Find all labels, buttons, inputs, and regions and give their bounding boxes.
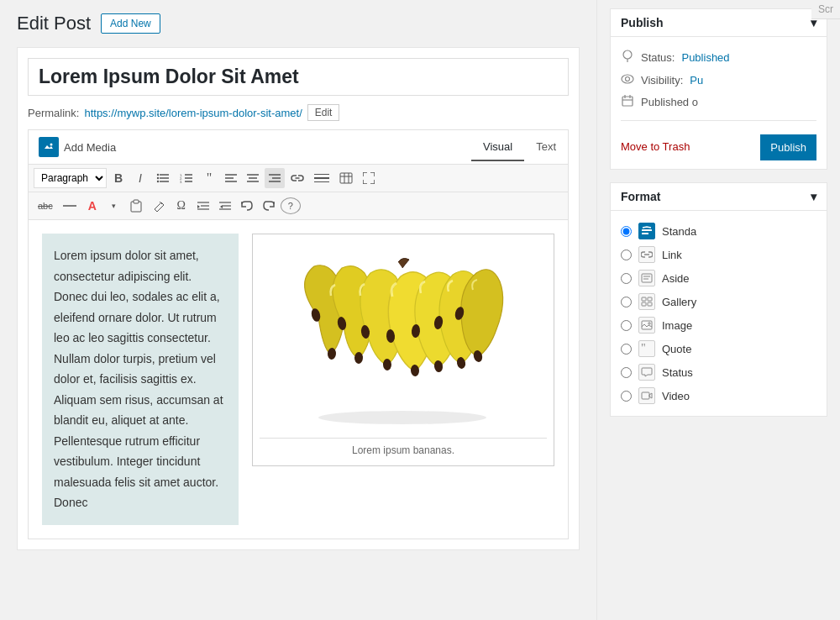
bold-button[interactable]: B bbox=[108, 168, 129, 188]
add-new-button[interactable]: Add New bbox=[101, 13, 160, 34]
svg-rect-33 bbox=[134, 200, 139, 203]
italic-button[interactable]: I bbox=[130, 168, 150, 188]
text-color-down-arrow[interactable]: ▾ bbox=[104, 196, 124, 216]
visibility-icon bbox=[621, 74, 634, 87]
post-title-input[interactable] bbox=[28, 58, 569, 96]
format-radio-link[interactable] bbox=[621, 250, 632, 260]
visibility-label: Visibility: bbox=[641, 74, 683, 87]
format-icon-gallery bbox=[638, 293, 655, 310]
format-icon-image bbox=[638, 317, 655, 334]
format-icon-standard bbox=[638, 223, 655, 239]
format-icon-video bbox=[638, 387, 655, 404]
editor-body[interactable]: Lorem ipsum dolor sit amet, consectetur … bbox=[29, 220, 568, 539]
format-radio-gallery[interactable] bbox=[621, 297, 632, 307]
format-label-aside: Aside bbox=[662, 272, 690, 285]
format-label-standard: Standa bbox=[662, 225, 696, 238]
svg-rect-72 bbox=[642, 302, 646, 306]
image-caption: Lorem ipsum bananas. bbox=[260, 438, 547, 459]
format-option-aside[interactable]: Aside bbox=[621, 266, 816, 290]
svg-rect-26 bbox=[314, 181, 329, 182]
banana-image bbox=[260, 241, 545, 434]
format-option-status[interactable]: Status bbox=[621, 360, 816, 384]
format-option-image[interactable]: Image bbox=[621, 313, 816, 337]
outdent-button[interactable] bbox=[215, 196, 235, 216]
strikethrough-button[interactable]: abc bbox=[34, 196, 57, 216]
publish-button[interactable]: Publish bbox=[760, 134, 816, 160]
svg-point-1 bbox=[50, 144, 53, 146]
publish-box-header[interactable]: Publish ▾ bbox=[611, 9, 827, 37]
svg-rect-70 bbox=[642, 297, 646, 301]
svg-rect-60 bbox=[622, 97, 633, 106]
svg-rect-65 bbox=[642, 233, 648, 234]
fullscreen-button[interactable] bbox=[359, 168, 379, 188]
format-option-quote[interactable]: " Quote bbox=[621, 337, 816, 360]
text-tab[interactable]: Text bbox=[524, 134, 568, 161]
svg-rect-24 bbox=[314, 177, 329, 179]
undo-button[interactable] bbox=[237, 196, 257, 216]
svg-point-7 bbox=[157, 181, 159, 182]
format-option-gallery[interactable]: Gallery bbox=[621, 290, 816, 313]
format-radio-image[interactable] bbox=[621, 320, 632, 331]
indent-button[interactable] bbox=[193, 196, 213, 216]
permalink-link[interactable]: https://mywp.site/lorem-ipsum-dolor-sit-… bbox=[84, 107, 302, 119]
omega-button[interactable]: Ω bbox=[171, 196, 192, 216]
blockquote-button[interactable]: " bbox=[199, 168, 219, 188]
format-radio-quote[interactable] bbox=[621, 344, 632, 355]
format-radio-video[interactable] bbox=[621, 391, 632, 402]
table-button[interactable] bbox=[335, 168, 357, 188]
align-right-button[interactable] bbox=[265, 168, 285, 188]
svg-point-59 bbox=[626, 77, 630, 81]
svg-text:": " bbox=[641, 344, 646, 354]
image-block: Lorem ipsum bananas. bbox=[252, 234, 554, 466]
help-button[interactable]: ? bbox=[281, 197, 301, 214]
svg-rect-64 bbox=[642, 229, 652, 231]
format-icon-link bbox=[638, 246, 655, 263]
format-options-list: Standa Link Aside bbox=[611, 211, 827, 416]
visual-tab[interactable]: Visual bbox=[471, 134, 524, 161]
visibility-value[interactable]: Pu bbox=[690, 74, 703, 87]
format-icon-aside bbox=[638, 270, 655, 286]
text-color-button[interactable]: A bbox=[82, 196, 102, 216]
add-media-button[interactable]: Add Media bbox=[29, 130, 126, 164]
permalink-label: Permalink: bbox=[28, 107, 79, 119]
add-media-label: Add Media bbox=[64, 141, 116, 154]
align-center-button[interactable] bbox=[243, 168, 263, 188]
svg-point-5 bbox=[157, 174, 159, 176]
scr-label: Scr bbox=[811, 0, 840, 19]
format-radio-standard[interactable] bbox=[621, 226, 632, 237]
redo-button[interactable] bbox=[259, 196, 279, 216]
svg-point-41 bbox=[318, 411, 486, 424]
svg-rect-73 bbox=[648, 302, 652, 306]
format-option-video[interactable]: Video bbox=[621, 384, 816, 407]
move-to-trash-link[interactable]: Move to Trash bbox=[621, 140, 690, 153]
format-radio-aside[interactable] bbox=[621, 273, 632, 284]
page-title: Edit Post bbox=[17, 13, 91, 34]
published-date-icon bbox=[621, 95, 634, 109]
format-option-standard[interactable]: Standa bbox=[621, 219, 816, 243]
format-box-header[interactable]: Format ▾ bbox=[611, 183, 827, 211]
visual-text-tabs: Visual Text bbox=[471, 134, 568, 161]
hr-button[interactable] bbox=[59, 196, 81, 216]
svg-rect-67 bbox=[642, 274, 652, 282]
format-label-status: Status bbox=[662, 366, 693, 379]
format-box: Format ▾ Standa Link bbox=[610, 182, 827, 417]
svg-rect-25 bbox=[314, 174, 329, 175]
svg-point-75 bbox=[648, 323, 650, 324]
format-option-link[interactable]: Link bbox=[621, 243, 816, 266]
align-left-button[interactable] bbox=[221, 168, 241, 188]
permalink-edit-button[interactable]: Edit bbox=[307, 104, 340, 121]
svg-rect-71 bbox=[648, 297, 652, 301]
format-radio-status[interactable] bbox=[621, 367, 632, 378]
eraser-button[interactable] bbox=[148, 196, 170, 216]
unordered-list-button[interactable] bbox=[152, 168, 174, 188]
status-value[interactable]: Published bbox=[681, 51, 729, 64]
paste-button[interactable] bbox=[126, 196, 146, 216]
add-media-icon bbox=[39, 137, 59, 157]
svg-rect-77 bbox=[642, 392, 649, 399]
more-button[interactable] bbox=[310, 168, 333, 188]
editor-paragraph[interactable]: Lorem ipsum dolor sit amet, consectetur … bbox=[42, 234, 239, 525]
format-select[interactable]: Paragraph bbox=[34, 168, 107, 188]
format-label-video: Video bbox=[662, 390, 690, 402]
ordered-list-button[interactable]: 1.2.3. bbox=[176, 168, 197, 188]
link-button[interactable] bbox=[286, 168, 308, 188]
